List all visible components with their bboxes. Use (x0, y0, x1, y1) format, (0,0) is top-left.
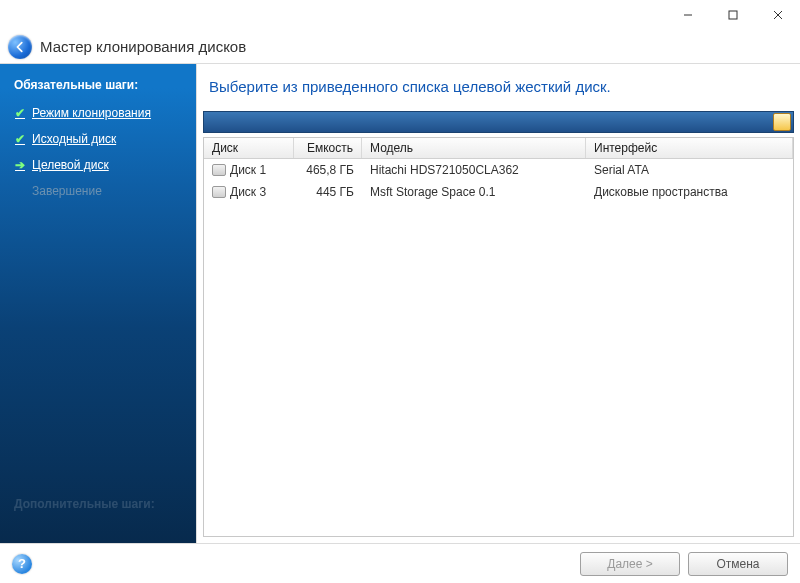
cell-capacity: 445 ГБ (294, 183, 362, 201)
sidebar-step-finish: Завершение (0, 178, 196, 204)
wizard-sidebar: Обязательные шаги: ✔ Режим клонирования … (0, 64, 196, 543)
disk-list-row[interactable]: Диск 3 445 ГБ Msft Storage Space 0.1 Дис… (204, 181, 793, 203)
column-header-capacity[interactable]: Емкость (294, 138, 362, 158)
disk-list-header: Диск Емкость Модель Интерфейс (204, 138, 793, 159)
sidebar-step-clone-mode[interactable]: ✔ Режим клонирования (0, 100, 196, 126)
sidebar-step-label: Режим клонирования (32, 104, 151, 122)
svg-rect-1 (729, 11, 737, 19)
close-button[interactable] (755, 0, 800, 30)
cancel-button[interactable]: Отмена (688, 552, 788, 576)
window-titlebar (0, 0, 800, 30)
help-icon: ? (18, 556, 26, 571)
sidebar-step-label: Целевой диск (32, 156, 109, 174)
column-header-model[interactable]: Модель (362, 138, 586, 158)
sidebar-step-label: Исходный диск (32, 130, 116, 148)
wizard-title: Мастер клонирования дисков (40, 38, 246, 55)
cell-disk: Диск 3 (230, 185, 266, 199)
cell-interface: Serial ATA (586, 161, 793, 179)
sidebar-step-source-disk[interactable]: ✔ Исходный диск (0, 126, 196, 152)
sidebar-step-target-disk[interactable]: ➔ Целевой диск (0, 152, 196, 178)
disk-list: Диск Емкость Модель Интерфейс Диск 1 465… (203, 137, 794, 537)
cell-model: Hitachi HDS721050CLA362 (362, 161, 586, 179)
disk-list-toolbar (203, 111, 794, 133)
disk-list-row[interactable]: Диск 1 465,8 ГБ Hitachi HDS721050CLA362 … (204, 159, 793, 181)
sidebar-step-label: Завершение (32, 182, 102, 200)
checkmark-icon: ✔ (14, 130, 26, 148)
help-button[interactable]: ? (12, 554, 32, 574)
next-button-label: Далее > (607, 557, 653, 571)
sidebar-heading-required: Обязательные шаги: (0, 74, 196, 100)
sidebar-heading-optional: Дополнительные шаги: (0, 493, 169, 519)
minimize-button[interactable] (665, 0, 710, 30)
cell-disk: Диск 1 (230, 163, 266, 177)
instruction-text: Выберите из приведенного списка целевой … (197, 64, 800, 111)
disk-properties-button[interactable] (773, 113, 791, 131)
next-button[interactable]: Далее > (580, 552, 680, 576)
disk-icon (212, 186, 226, 198)
checkmark-icon: ✔ (14, 104, 26, 122)
maximize-button[interactable] (710, 0, 755, 30)
wizard-main-panel: Выберите из приведенного списка целевой … (196, 64, 800, 543)
cell-capacity: 465,8 ГБ (294, 161, 362, 179)
cell-interface: Дисковые пространства (586, 183, 793, 201)
wizard-footer: ? Далее > Отмена (0, 543, 800, 583)
cell-model: Msft Storage Space 0.1 (362, 183, 586, 201)
disk-icon (212, 164, 226, 176)
column-header-disk[interactable]: Диск (204, 138, 294, 158)
cancel-button-label: Отмена (716, 557, 759, 571)
arrow-right-icon: ➔ (14, 156, 26, 174)
back-button[interactable] (8, 35, 32, 59)
column-header-interface[interactable]: Интерфейс (586, 138, 793, 158)
wizard-header: Мастер клонирования дисков (0, 30, 800, 64)
